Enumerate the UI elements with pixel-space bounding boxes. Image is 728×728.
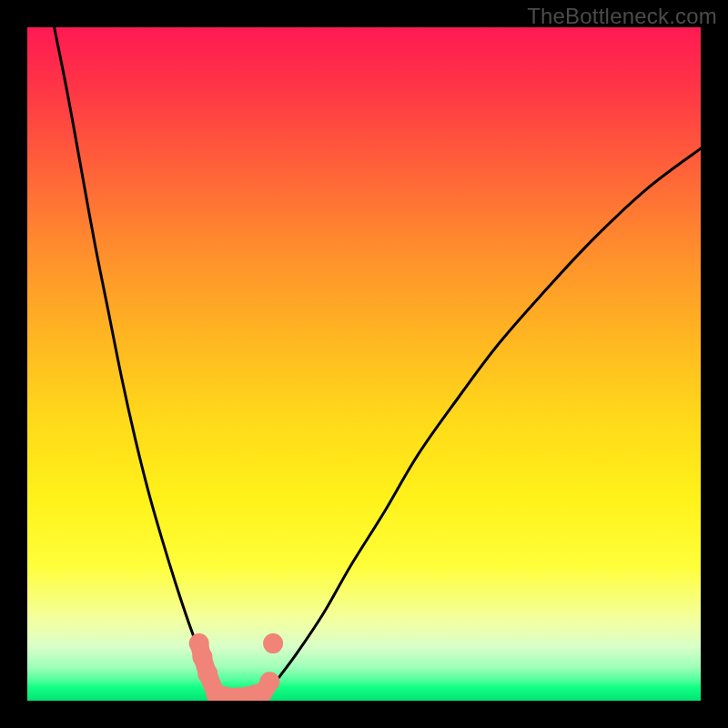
left-curve — [55, 27, 223, 697]
right-curve — [263, 148, 701, 697]
watermark-text: TheBottleneck.com — [527, 4, 717, 29]
pink-dots-left-dot — [197, 663, 217, 683]
plot-area — [27, 27, 701, 701]
pink-dot-right-dot — [263, 633, 283, 653]
pink-dots-valley-dot — [259, 672, 279, 692]
chart-frame: TheBottleneck.com — [0, 0, 728, 728]
curve-layer — [27, 27, 701, 701]
